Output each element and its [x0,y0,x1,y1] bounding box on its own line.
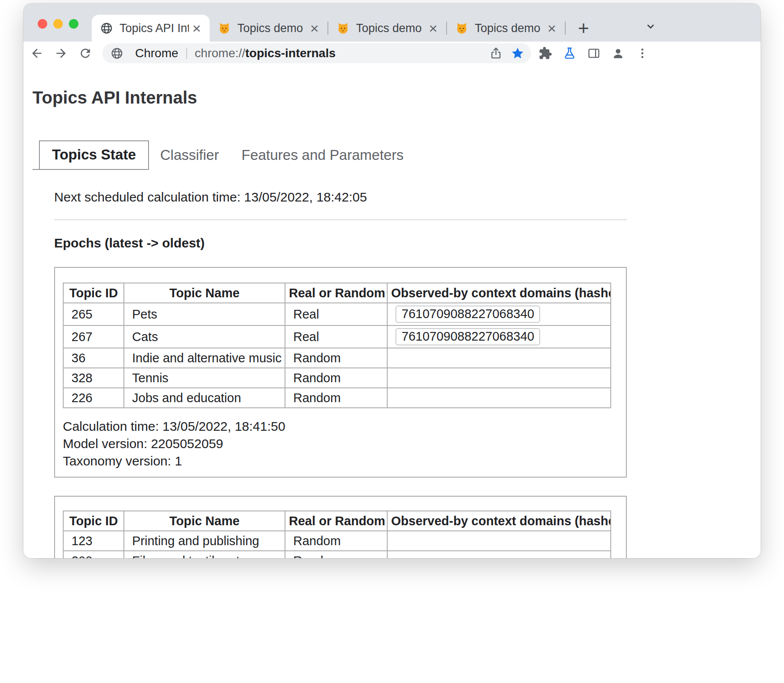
table-row: 200 Fibre and textile arts Random [63,551,611,558]
extensions-puzzle-icon[interactable] [535,43,555,63]
tab-title: Topics demo [475,22,544,35]
table-row: 267 Cats Real 7610709088227068340 [63,325,611,348]
cell-domains: 7610709088227068340 [387,325,611,348]
tab-strip: Topics API Intern × Topics demo × [23,3,761,42]
topics-state-panel: Next scheduled calculation time: 13/05/2… [54,190,627,558]
page-title: Topics API Internals [32,88,761,107]
cell-topic-id: 200 [63,551,124,558]
new-tab-button[interactable]: + [572,16,595,40]
zoom-window-button[interactable] [69,19,78,29]
cell-topic-id: 328 [63,368,124,388]
epoch-table: Topic ID Topic Name Real or Random Obser… [63,283,611,408]
cell-topic-name: Jobs and education [124,388,285,408]
cell-topic-name: Tennis [124,368,285,388]
reload-button[interactable] [75,43,95,63]
close-tab-icon[interactable]: × [425,20,441,36]
globe-favicon-icon [100,21,113,35]
close-window-button[interactable] [38,19,47,29]
labs-flask-icon[interactable] [560,43,580,63]
tab-list: Topics API Intern × Topics demo × [92,15,595,42]
cell-topic-id: 265 [63,303,124,325]
epoch-meta: Calculation time: 13/05/2022, 18:41:50 M… [63,418,618,470]
browser-window: Topics API Intern × Topics demo × [23,3,761,558]
cell-real-or-random: Random [285,531,387,551]
browser-tab-topics-demo-1[interactable]: Topics demo × [210,15,327,42]
cell-real-or-random: Random [285,348,387,368]
cell-domains [387,551,611,558]
browser-tab-topics-demo-3[interactable]: Topics demo × [447,15,565,42]
table-row: 123 Printing and publishing Random [63,531,611,551]
table-row: 226 Jobs and education Random [63,388,611,408]
next-calculation-time: Next scheduled calculation time: 13/05/2… [54,190,627,205]
bookmark-star-icon[interactable] [509,44,527,62]
cell-domains: 7610709088227068340 [387,303,611,325]
cell-topic-id: 123 [63,531,124,551]
cell-domains [387,531,611,551]
cell-domains [387,348,611,368]
hashed-domain-chip[interactable]: 7610709088227068340 [395,328,540,345]
url-text[interactable]: chrome://topics-internals [195,46,336,60]
browser-toolbar: Chrome chrome://topics-internals [23,42,761,65]
share-icon[interactable] [487,44,505,62]
divider [54,219,627,220]
profile-avatar-icon[interactable] [608,43,628,63]
page-content: Topics API Internals Topics State Classi… [23,65,761,558]
table-header-row: Topic ID Topic Name Real or Random Obser… [63,511,611,531]
browser-menu-icon[interactable] [632,43,652,63]
taxonomy-version: Taxonomy version: 1 [63,452,618,470]
cell-topic-name: Pets [124,303,285,325]
epochs-heading: Epochs (latest -> oldest) [54,236,627,250]
minimize-window-button[interactable] [53,19,63,29]
hashed-domain-chip[interactable]: 7610709088227068340 [395,306,540,323]
col-header-observed-domains: Observed-by context domains (hashed) [387,511,611,531]
cell-topic-name: Printing and publishing [124,531,285,551]
cat-favicon-icon [455,21,469,35]
model-version: Model version: 2205052059 [63,435,618,452]
browser-tab-topics-demo-2[interactable]: Topics demo × [328,15,446,42]
window-controls [38,19,78,29]
table-row: 328 Tennis Random [63,368,611,388]
cell-real-or-random: Real [285,303,387,325]
tab-classifier[interactable]: Classifier [149,142,230,169]
col-header-real-or-random: Real or Random [285,283,387,303]
url-scheme: chrome:// [195,46,246,60]
omnibox[interactable]: Chrome chrome://topics-internals [102,43,531,63]
col-header-observed-domains: Observed-by context domains (hashed) [387,283,611,303]
tab-title: Topics demo [356,22,425,35]
close-tab-icon[interactable]: × [544,20,560,36]
cat-favicon-icon [336,21,350,35]
close-tab-icon[interactable]: × [189,20,204,36]
tab-features-and-parameters[interactable]: Features and Parameters [230,142,415,169]
col-header-topic-name: Topic Name [124,511,285,531]
calculation-time: Calculation time: 13/05/2022, 18:41:50 [63,418,618,435]
col-header-topic-id: Topic ID [63,283,124,303]
cell-domains [387,368,611,388]
site-globe-icon [110,46,124,60]
table-row: 36 Indie and alternative music Random [63,348,611,368]
col-header-topic-name: Topic Name [124,283,285,303]
cat-favicon-icon [217,21,231,35]
tab-topics-state[interactable]: Topics State [39,140,149,170]
browser-tab-topics-internals[interactable]: Topics API Intern × [92,15,210,42]
forward-button[interactable] [51,43,71,63]
cell-topic-name: Cats [124,325,285,348]
cell-real-or-random: Random [285,388,387,408]
epoch-table: Topic ID Topic Name Real or Random Obser… [63,511,611,558]
cell-topic-name: Fibre and textile arts [124,551,285,558]
cell-domains [387,388,611,408]
cell-real-or-random: Random [285,368,387,388]
side-panel-icon[interactable] [584,43,604,63]
close-tab-icon[interactable]: × [307,20,322,36]
tab-separator [565,22,566,35]
cell-topic-id: 36 [63,348,124,368]
site-chip-label[interactable]: Chrome [135,46,178,60]
epoch-box-older: Topic ID Topic Name Real or Random Obser… [54,496,627,558]
url-host: topics-internals [245,46,335,60]
back-button[interactable] [27,43,47,63]
tab-search-chevron-icon[interactable] [641,16,661,36]
cell-real-or-random: Real [285,325,387,348]
table-row: 265 Pets Real 7610709088227068340 [63,303,611,325]
cell-topic-id: 226 [63,388,124,408]
page-tab-bar: Topics State Classifier Features and Par… [32,140,761,170]
col-header-topic-id: Topic ID [63,511,124,531]
